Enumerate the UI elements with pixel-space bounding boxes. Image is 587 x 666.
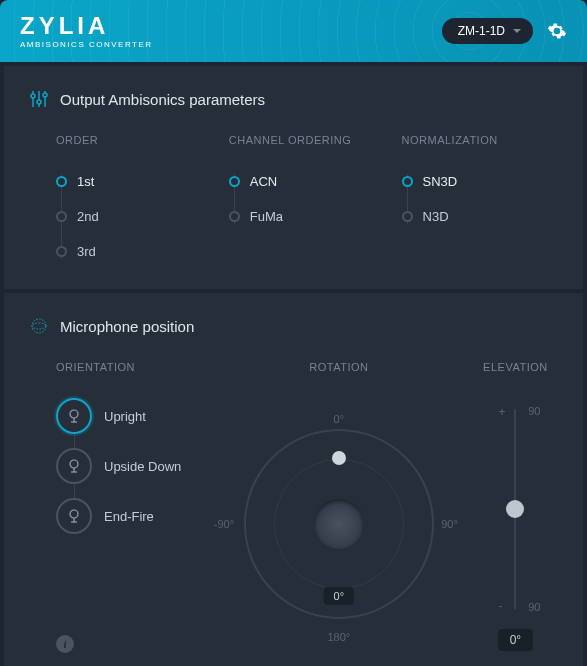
radio-dot-icon xyxy=(402,176,413,187)
orientation-options: UprightUpside DownEnd-Fire xyxy=(56,391,204,541)
orientation-option[interactable]: Upright xyxy=(56,391,204,441)
brand-name: ZYLIA xyxy=(20,14,153,38)
radio-label: 2nd xyxy=(77,209,99,224)
orientation-option[interactable]: End-Fire xyxy=(56,491,204,541)
output-title: Output Ambisonics parameters xyxy=(60,91,265,108)
rotation-tick-neg90: -90° xyxy=(214,518,234,530)
radio-dot-icon xyxy=(56,176,67,187)
orientation-label: ORIENTATION xyxy=(56,361,204,373)
sphere-3d-icon xyxy=(30,317,48,335)
svg-point-14 xyxy=(70,510,78,518)
order-label: ORDER xyxy=(56,134,229,146)
radio-option[interactable]: 2nd xyxy=(56,199,229,234)
app-header: ZYLIA AMBISONICS CONVERTER ZM-1-1D xyxy=(0,0,587,62)
svg-point-7 xyxy=(32,323,46,329)
svg-point-4 xyxy=(37,100,41,104)
info-icon: i xyxy=(63,638,66,650)
channel-ordering-label: CHANNEL ORDERING xyxy=(229,134,402,146)
radio-label: 1st xyxy=(77,174,94,189)
elevation-min: 90 xyxy=(528,601,540,613)
svg-point-8 xyxy=(70,410,78,418)
orientation-label: End-Fire xyxy=(104,509,154,524)
rotation-label: ROTATION xyxy=(309,361,368,373)
radio-dot-icon xyxy=(56,246,67,257)
svg-point-6 xyxy=(32,319,46,333)
elevation-group: ELEVATION + - 90 90 0° xyxy=(474,361,557,651)
radio-dot-icon xyxy=(229,176,240,187)
mic-section: Microphone position ORIENTATION UprightU… xyxy=(4,293,583,666)
dial-mic-graphic xyxy=(314,499,364,549)
gear-icon xyxy=(547,21,567,41)
radio-option[interactable]: SN3D xyxy=(402,164,557,199)
rotation-tick-180: 180° xyxy=(327,631,350,643)
rotation-group: ROTATION 0° 90° 180° -90° 0° xyxy=(224,361,454,651)
channel-ordering-options: ACNFuMa xyxy=(229,164,402,234)
info-button[interactable]: i xyxy=(56,635,74,653)
brand-logo: ZYLIA AMBISONICS CONVERTER xyxy=(20,14,153,49)
radio-dot-icon xyxy=(56,211,67,222)
radio-option[interactable]: 1st xyxy=(56,164,229,199)
orientation-label: Upright xyxy=(104,409,146,424)
rotation-value[interactable]: 0° xyxy=(324,587,355,605)
order-group: ORDER 1st2nd3rd xyxy=(56,134,229,269)
device-select[interactable]: ZM-1-1D xyxy=(442,18,533,44)
radio-label: SN3D xyxy=(423,174,458,189)
normalization-options: SN3DN3D xyxy=(402,164,557,234)
radio-option[interactable]: 3rd xyxy=(56,234,229,269)
normalization-label: NORMALIZATION xyxy=(402,134,557,146)
radio-dot-icon xyxy=(402,211,413,222)
rotation-tick-0: 0° xyxy=(334,413,345,425)
orientation-option[interactable]: Upside Down xyxy=(56,441,204,491)
radio-label: ACN xyxy=(250,174,277,189)
rotation-handle[interactable] xyxy=(332,451,346,465)
order-options: 1st2nd3rd xyxy=(56,164,229,269)
radio-label: FuMa xyxy=(250,209,283,224)
rotation-tick-90: 90° xyxy=(441,518,458,530)
radio-dot-icon xyxy=(229,211,240,222)
radio-label: N3D xyxy=(423,209,449,224)
svg-point-5 xyxy=(43,93,47,97)
device-select-value: ZM-1-1D xyxy=(458,24,505,38)
elevation-label: ELEVATION xyxy=(483,361,548,373)
radio-option[interactable]: ACN xyxy=(229,164,402,199)
sliders-icon xyxy=(30,90,48,108)
elevation-max: 90 xyxy=(528,405,540,417)
radio-option[interactable]: FuMa xyxy=(229,199,402,234)
normalization-group: NORMALIZATION SN3DN3D xyxy=(402,134,557,269)
mic-orientation-icon xyxy=(56,398,92,434)
orientation-group: ORIENTATION UprightUpside DownEnd-Fire xyxy=(56,361,204,651)
elevation-slider[interactable]: + - 90 90 xyxy=(514,409,516,609)
rotation-dial[interactable]: 0° 90° 180° -90° 0° xyxy=(224,409,454,639)
channel-ordering-group: CHANNEL ORDERING ACNFuMa xyxy=(229,134,402,269)
mic-orientation-icon xyxy=(56,448,92,484)
radio-option[interactable]: N3D xyxy=(402,199,557,234)
mic-orientation-icon xyxy=(56,498,92,534)
svg-point-11 xyxy=(70,460,78,468)
svg-point-3 xyxy=(31,94,35,98)
elevation-plus: + xyxy=(498,405,505,419)
orientation-label: Upside Down xyxy=(104,459,181,474)
mic-title: Microphone position xyxy=(60,318,194,335)
elevation-labels: + - 90 90 xyxy=(514,409,516,609)
radio-label: 3rd xyxy=(77,244,96,259)
output-section: Output Ambisonics parameters ORDER 1st2n… xyxy=(4,66,583,289)
settings-button[interactable] xyxy=(547,21,567,41)
elevation-minus: - xyxy=(498,599,502,613)
brand-subtitle: AMBISONICS CONVERTER xyxy=(20,40,153,49)
elevation-value[interactable]: 0° xyxy=(498,629,533,651)
